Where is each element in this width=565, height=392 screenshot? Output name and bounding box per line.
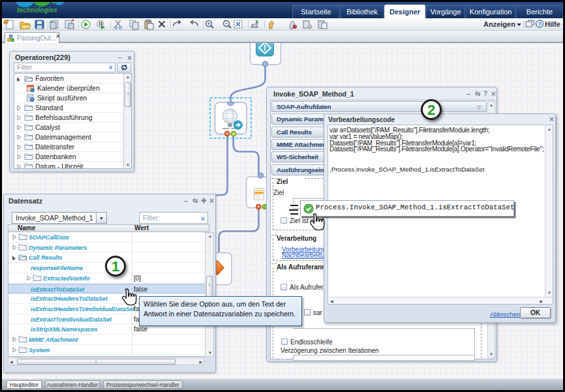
svg-text:technologies: technologies (17, 7, 57, 14)
svg-text:Anzeigen: Anzeigen (483, 20, 515, 28)
svg-text:Hilfe: Hilfe (545, 20, 560, 28)
svg-text:?: ? (538, 21, 542, 27)
